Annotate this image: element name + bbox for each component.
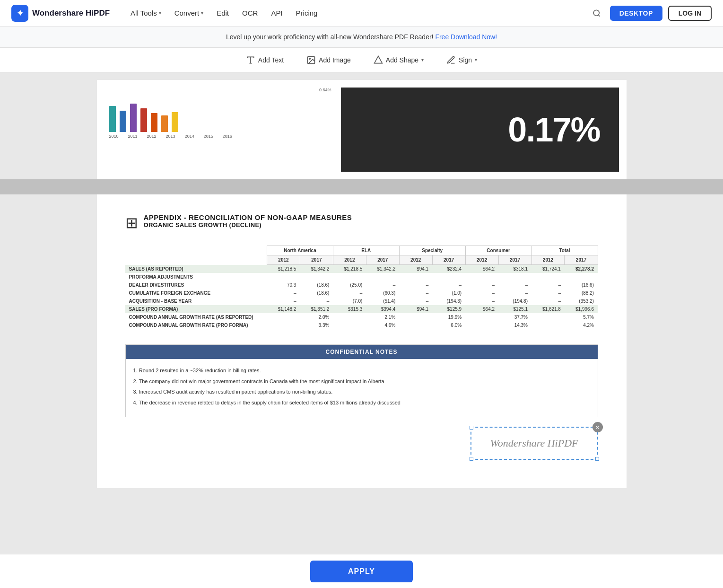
image-area: 0.17% (341, 88, 619, 172)
appendix-icon: ⊞ (125, 215, 138, 230)
header: ✦ Wondershare HiPDF All Tools ▾ Convert … (0, 0, 723, 26)
confidential-header: CONFIDENTIAL NOTES (126, 345, 598, 359)
nav-api[interactable]: API (265, 6, 288, 20)
signature-text: Wondershare HiPDF (490, 437, 578, 449)
apply-bar: APPLY (0, 554, 723, 567)
appendix-header: ⊞ APPENDIX - RECONCILIATION OF NON-GAAP … (125, 213, 598, 230)
announcement-bar: Level up your work proficiency with all-… (0, 26, 723, 48)
appendix-title1: APPENDIX - RECONCILIATION OF NON-GAAP ME… (144, 213, 352, 221)
text-icon (246, 55, 255, 65)
apply-button[interactable]: APPLY (310, 561, 413, 567)
confidential-body: 1. Round 2 resulted in a ~32% reduction … (126, 359, 598, 417)
chevron-icon: ▾ (201, 10, 203, 16)
download-link[interactable]: Free Download Now! (435, 33, 497, 41)
add-image-button[interactable]: Add Image (303, 53, 355, 67)
add-shape-button[interactable]: Add Shape ▾ (370, 53, 427, 67)
toolbar: Add Text Add Image Add Shape ▾ Sign ▾ (0, 48, 723, 72)
sign-icon (446, 55, 456, 65)
nav-edit[interactable]: Edit (211, 6, 235, 20)
page-divider (0, 179, 723, 194)
logo-text: Wondershare HiPDF (32, 9, 110, 18)
login-button[interactable]: LOG IN (668, 6, 712, 21)
table-row: COMPOUND ANNUAL GROWTH RATE (PRO FORMA) … (125, 321, 598, 329)
resize-handle-bl[interactable] (470, 457, 473, 461)
table-row: SALES (AS REPORTED) $1,218.5$1,342.2 $1,… (125, 265, 598, 273)
main-content: 0.64% (0, 72, 723, 567)
signature-box[interactable]: ✕ Wondershare HiPDF (470, 427, 598, 460)
search-icon[interactable] (589, 6, 604, 21)
confidential-notes-box: CONFIDENTIAL NOTES 1. Round 2 resulted i… (125, 344, 598, 417)
resize-handle-br[interactable] (595, 457, 599, 461)
nav-pricing[interactable]: Pricing (290, 6, 323, 20)
logo[interactable]: ✦ Wondershare HiPDF (11, 5, 110, 22)
resize-handle-tl[interactable] (470, 426, 473, 430)
financial-table-section: North America ELA Specialty Consumer Tot… (125, 246, 598, 329)
sign-button[interactable]: Sign ▾ (443, 53, 481, 67)
chevron-icon: ▾ (475, 57, 477, 62)
table-row: COMPOUND ANNUAL GROWTH RATE (AS REPORTED… (125, 313, 598, 321)
chevron-icon: ▾ (159, 10, 161, 16)
table-row: DEALER DIVESTITURES 70.3(18.6) (25.0)– –… (125, 281, 598, 289)
svg-point-0 (593, 10, 599, 16)
close-icon[interactable]: ✕ (592, 422, 603, 432)
note-4: 4. The decrease in revenue related to de… (133, 399, 590, 407)
table-row: PROFORMA ADJUSTMENTS (125, 273, 598, 281)
desktop-button[interactable]: DESKTOP (610, 6, 662, 21)
chart-area: 0.64% (105, 88, 331, 172)
signature-area: ✕ Wondershare HiPDF (125, 427, 598, 460)
appendix-titles: APPENDIX - RECONCILIATION OF NON-GAAP ME… (144, 213, 352, 228)
logo-icon: ✦ (11, 5, 28, 22)
image-icon (306, 55, 316, 65)
nav-all-tools[interactable]: All Tools ▾ (125, 6, 167, 20)
overlay-text: 0.17% (508, 110, 600, 149)
page-content: ⊞ APPENDIX - RECONCILIATION OF NON-GAAP … (97, 194, 627, 488)
header-actions: DESKTOP LOG IN (589, 6, 712, 21)
nav-convert[interactable]: Convert ▾ (169, 6, 209, 20)
nav: All Tools ▾ Convert ▾ Edit OCR API Prici… (125, 6, 589, 20)
add-text-button[interactable]: Add Text (242, 53, 287, 67)
financial-table: North America ELA Specialty Consumer Tot… (125, 246, 598, 329)
svg-point-5 (309, 58, 311, 59)
table-row: CUMULATIVE FOREIGN EXCHANGE –(18.6) –(60… (125, 289, 598, 297)
table-row: SALES (PRO FORMA) $1,148.2$1,351.2 $315.… (125, 305, 598, 313)
nav-ocr[interactable]: OCR (236, 6, 263, 20)
note-1: 1. Round 2 resulted in a ~32% reduction … (133, 367, 590, 375)
note-3: 3. Increased CMS audit activity has resu… (133, 388, 590, 396)
appendix-title2: ORGANIC SALES GROWTH (DECLINE) (144, 221, 352, 228)
shape-icon (374, 55, 383, 65)
chevron-icon: ▾ (421, 57, 424, 62)
note-2: 2. The company did not win major governm… (133, 377, 590, 386)
table-row: ACQUISITION - BASE YEAR –– (7.0)(51.4) –… (125, 297, 598, 305)
svg-line-1 (598, 15, 600, 16)
svg-marker-6 (374, 56, 382, 63)
